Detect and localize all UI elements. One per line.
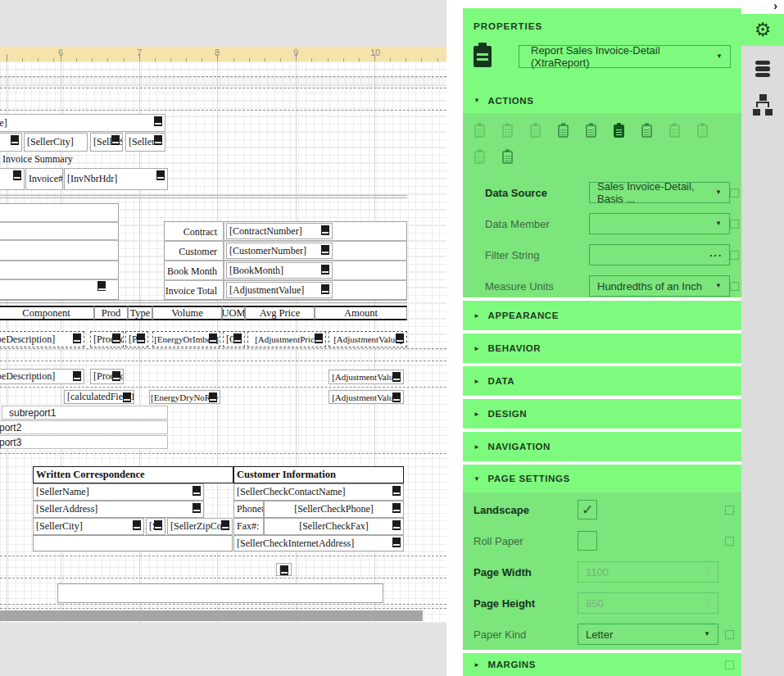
field-seller-state[interactable]: [S (146, 518, 165, 535)
col-header-amount[interactable]: Amount (315, 306, 407, 320)
smart-tag-icon[interactable] (209, 333, 217, 343)
header-written-correspondence[interactable]: Written Correspondence (33, 466, 233, 483)
field-seller-address[interactable]: [SellerAddress] (33, 501, 204, 518)
smart-tag-icon[interactable] (112, 371, 120, 381)
header-customer-information[interactable]: Customer Information (233, 466, 404, 483)
smart-tag-icon[interactable] (133, 520, 141, 530)
subreport2[interactable]: subreport2 (0, 420, 168, 434)
smart-tag-icon[interactable] (156, 170, 165, 180)
horizontal-scrollbar[interactable] (0, 610, 423, 621)
smart-tag-icon[interactable] (233, 333, 242, 343)
roll-paper-checkbox[interactable] (578, 531, 597, 551)
smart-tag-icon[interactable] (112, 333, 120, 343)
smart-tag-icon[interactable] (154, 116, 162, 126)
smart-tag-icon[interactable] (154, 520, 162, 530)
smart-tag-icon[interactable] (321, 245, 329, 255)
field-inv-nbr-hdr[interactable]: [InvNbrHdr] (64, 168, 168, 190)
action-clipboard-icon[interactable] (641, 125, 652, 138)
action-clipboard-icon[interactable] (502, 151, 513, 164)
field-seller-city[interactable]: [SellerCity] (33, 518, 144, 535)
field-seller-city[interactable]: [SellerCity] (24, 133, 88, 152)
data-member-dropdown[interactable]: ▼ (589, 213, 730, 234)
paper-kind-dropdown[interactable]: Letter ▼ (578, 624, 718, 645)
band-splitter[interactable] (0, 77, 446, 88)
section-header-margins[interactable]: ► MARGINS (474, 660, 536, 669)
field-adjustment-value[interactable]: [AdjustmentValue] (329, 390, 404, 404)
tab-report-explorer[interactable] (741, 92, 784, 118)
field-seller-name[interactable]: [SellerName] (33, 483, 204, 501)
smart-tag-icon[interactable] (315, 333, 323, 343)
field-customer-number[interactable]: [CustomerNumber] (226, 243, 333, 259)
field-adjustment-value[interactable]: [AdjustmentValue] (226, 282, 333, 298)
field-calculated-field[interactable]: [calculatedField1] (64, 390, 134, 404)
property-marker-checkbox[interactable] (730, 282, 739, 291)
smart-tag-icon[interactable] (73, 333, 81, 343)
col-header-avg-price[interactable]: Avg Price (245, 306, 315, 320)
measure-units-dropdown[interactable]: Hundredths of an Inch ▼ (589, 275, 730, 297)
smart-tag-icon[interactable] (11, 135, 19, 145)
empty-footer-box[interactable] (57, 583, 383, 603)
tab-field-list[interactable] (741, 56, 784, 82)
property-marker-checkbox[interactable] (725, 630, 734, 639)
smart-tag-icon[interactable] (137, 333, 145, 343)
data-source-dropdown[interactable]: Sales Invoice-Detail, Basis ... ▼ (589, 182, 730, 203)
smart-tag-icon[interactable] (209, 392, 217, 402)
smart-tag-icon[interactable] (280, 565, 288, 575)
property-marker-checkbox[interactable] (725, 537, 734, 546)
field-product-type-description[interactable]: [ProductTypeDescription] (0, 331, 84, 347)
field-seller-check-phone[interactable]: [SellerCheckPhone] (264, 501, 404, 518)
field-energy-dry-no-rsv[interactable]: [EnergyDryNoRsv (149, 390, 220, 404)
field-seller-check-contact-name[interactable]: [SellerCheckContactName] (233, 483, 404, 501)
field-seller-check-internet-address[interactable]: [SellerCheckInternetAddress] (233, 535, 404, 551)
smart-tag-icon[interactable] (396, 333, 404, 343)
ellipsis-button[interactable]: ··· (709, 249, 723, 261)
smart-tag-icon[interactable] (392, 486, 401, 496)
spinner-arrows-icon[interactable]: ▲▼ (706, 565, 711, 578)
property-marker-checkbox[interactable] (730, 220, 739, 229)
field-seller-zip[interactable]: [Seller (125, 133, 165, 152)
collapse-panel-chevron[interactable]: › (773, 0, 777, 12)
action-clipboard-icon[interactable] (614, 125, 624, 138)
col-header-uom[interactable]: UOM (222, 306, 245, 320)
label-customer[interactable]: Customer (161, 244, 220, 259)
label-phone[interactable]: Phone#: (233, 501, 264, 518)
property-marker-checkbox[interactable] (730, 251, 739, 260)
property-marker-checkbox[interactable] (725, 660, 734, 669)
field-product[interactable]: [Produc (90, 331, 124, 347)
smart-tag-icon[interactable] (154, 135, 162, 145)
field-product[interactable]: [Produc (90, 369, 124, 384)
section-header-data[interactable]: ►DATA (463, 366, 741, 396)
spinner-arrows-icon[interactable]: ▲▼ (706, 597, 711, 610)
col-header-type[interactable]: Type (128, 306, 152, 320)
smart-tag-icon[interactable] (97, 281, 106, 291)
page-width-spinner[interactable]: 1100 ▲▼ (578, 561, 718, 583)
col-header-component[interactable]: Component (0, 306, 94, 320)
field-adjustment-value[interactable]: [AdjustmentValue] (329, 331, 407, 347)
property-marker-checkbox[interactable] (725, 506, 734, 515)
smart-tag-icon[interactable] (321, 225, 329, 235)
smart-tag-icon[interactable] (221, 520, 229, 530)
smart-tag-icon[interactable] (123, 392, 131, 402)
field-product-code[interactable]: [Pro (125, 331, 148, 347)
subreport3[interactable]: subreport3 (0, 435, 168, 449)
field-product-type-description[interactable]: [ProductTypeDescription] (0, 369, 84, 384)
label-invoice-summary[interactable]: Invoice Summary (0, 152, 106, 166)
field-seller-zip-code[interactable]: [SellerZipCod (167, 518, 233, 535)
field-cut[interactable] (0, 133, 22, 152)
landscape-checkbox[interactable]: ✓ (578, 500, 597, 519)
smart-tag-icon[interactable] (392, 503, 401, 513)
smart-tag-icon[interactable] (392, 520, 401, 530)
section-header-actions[interactable]: ▼ ACTIONS (474, 96, 533, 106)
smart-tag-icon[interactable] (193, 503, 201, 513)
action-clipboard-icon[interactable] (558, 125, 569, 138)
page-height-spinner[interactable]: 850 ▲▼ (578, 592, 718, 614)
field-contract-number[interactable]: [ContractNumber] (226, 223, 333, 239)
section-header-behavior[interactable]: ►BEHAVIOR (463, 333, 741, 363)
field-seller-check-fax[interactable]: [SellerCheckFax] (264, 518, 404, 535)
field-adjustment-value[interactable]: [AdjustmentValue] (329, 370, 404, 384)
field-seller-name[interactable]: [SellerName] (0, 114, 165, 132)
smart-tag-icon[interactable] (193, 486, 201, 496)
section-header-navigation[interactable]: ►NAVIGATION (463, 432, 741, 461)
filter-string-input[interactable]: ··· (589, 244, 730, 265)
section-header-design[interactable]: ►DESIGN (463, 399, 741, 429)
